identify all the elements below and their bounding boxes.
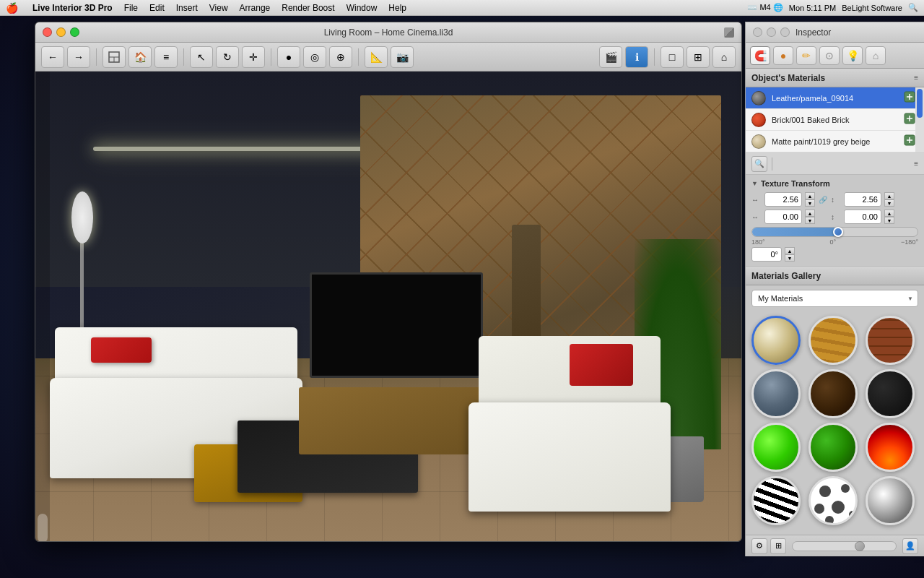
- menubar-arrange[interactable]: Arrange: [240, 3, 271, 13]
- offset-x-value: 0.00: [783, 212, 798, 221]
- orbit-tool[interactable]: ◎: [303, 46, 326, 68]
- scale-y-input[interactable]: 2.56: [844, 192, 881, 207]
- material-item-1[interactable]: Brick/001 Baked Brick: [746, 109, 924, 131]
- materials-list[interactable]: Leather/pamela_09014 Brick/001 Baked Bri…: [746, 87, 924, 153]
- scale-x-up[interactable]: ▲: [805, 192, 815, 199]
- gallery-item-zebra[interactable]: [751, 476, 801, 525]
- gallery-item-fire[interactable]: [866, 423, 915, 472]
- list-button[interactable]: ≡: [154, 46, 178, 68]
- scroll-handle[interactable]: [38, 514, 48, 542]
- offset-y-stepper[interactable]: ▲ ▼: [884, 210, 894, 224]
- inspector-grid-button[interactable]: ⊞: [770, 538, 786, 554]
- offset-y-down[interactable]: ▼: [884, 217, 894, 224]
- apple-menu[interactable]: 🍎: [6, 2, 18, 14]
- minimize-button[interactable]: [56, 27, 66, 37]
- menubar-edit[interactable]: Edit: [149, 3, 165, 13]
- menubar-render[interactable]: Render Boost: [282, 3, 334, 13]
- menubar-window[interactable]: Window: [346, 3, 378, 13]
- angle-stepper[interactable]: ▲ ▼: [785, 247, 795, 262]
- view-3d-button[interactable]: ⊞: [687, 46, 710, 68]
- armchair-body: [468, 402, 671, 512]
- ruler-tool[interactable]: 📐: [365, 46, 388, 68]
- gallery-item-green-dark[interactable]: [808, 423, 858, 472]
- inspector-close[interactable]: [753, 27, 762, 37]
- gallery-dropdown[interactable]: My Materials: [751, 290, 918, 307]
- inspector-tab-home[interactable]: ⌂: [866, 46, 886, 65]
- offset-y-input[interactable]: 0.00: [844, 210, 881, 224]
- inspector-size-slider[interactable]: [792, 541, 897, 551]
- gallery-item-dark-brown[interactable]: [808, 369, 858, 418]
- resize-button[interactable]: [724, 27, 734, 38]
- inspector-tab-texture[interactable]: ✏: [796, 46, 816, 65]
- render-button[interactable]: 🎬: [599, 46, 622, 68]
- gallery-item-silver[interactable]: [866, 476, 915, 525]
- angle-down[interactable]: ▼: [785, 254, 795, 262]
- gallery-item-beige[interactable]: [751, 316, 801, 365]
- inspector-user-button[interactable]: 👤: [902, 538, 918, 554]
- building-button[interactable]: 🏠: [128, 46, 152, 68]
- menubar-insert[interactable]: Insert: [176, 3, 198, 13]
- menubar-view[interactable]: View: [209, 3, 228, 13]
- angle-slider-track[interactable]: [751, 227, 918, 237]
- inspector-size-thumb[interactable]: [855, 541, 865, 551]
- toolbar-sep-3: [271, 48, 271, 66]
- info-button[interactable]: ℹ: [625, 46, 648, 68]
- toolbar: ← → 🏠 ≡ ↖ ↻ ✛ ● ◎ ⊕ 📐 📷 🎬 ℹ □ ⊞ ⌂: [35, 43, 741, 72]
- menubar-file[interactable]: File: [124, 3, 138, 13]
- maximize-button[interactable]: [70, 27, 79, 37]
- select-tool[interactable]: ↖: [190, 46, 213, 68]
- scale-x-input[interactable]: 2.56: [764, 192, 802, 207]
- eyedropper-tool[interactable]: 🔍: [751, 156, 767, 172]
- materials-scrollbar[interactable]: [915, 87, 924, 152]
- scale-y-stepper[interactable]: ▲ ▼: [884, 192, 894, 207]
- move-tool[interactable]: ✛: [242, 46, 265, 68]
- camera-tool[interactable]: 📷: [391, 46, 414, 68]
- nav-forward-button[interactable]: →: [67, 46, 90, 68]
- offset-x-down[interactable]: ▼: [805, 217, 815, 224]
- pan-tool[interactable]: ⊕: [329, 46, 352, 68]
- search-icon[interactable]: 🔍: [908, 3, 918, 12]
- link-icon[interactable]: 🔗: [818, 194, 828, 204]
- menubar-help[interactable]: Help: [388, 3, 406, 13]
- offset-x-input[interactable]: 0.00: [764, 210, 802, 224]
- scale-y-up[interactable]: ▲: [884, 192, 894, 199]
- angle-slider-thumb[interactable]: [833, 227, 843, 237]
- gallery-item-stone[interactable]: [751, 369, 801, 418]
- offset-x-stepper[interactable]: ▲ ▼: [805, 210, 815, 224]
- offset-y-up[interactable]: ▲: [884, 210, 894, 217]
- rotate-tool[interactable]: ↻: [216, 46, 239, 68]
- view-full-button[interactable]: ⌂: [712, 46, 736, 68]
- scale-x-stepper[interactable]: ▲ ▼: [805, 192, 815, 207]
- gallery-item-brick[interactable]: [866, 316, 915, 365]
- nav-back-button[interactable]: ←: [41, 46, 64, 68]
- view-2d-button[interactable]: □: [661, 46, 684, 68]
- point-tool[interactable]: ●: [277, 46, 300, 68]
- inspector-tab-camera[interactable]: 💡: [842, 46, 863, 65]
- inspector-tab-object[interactable]: ●: [773, 46, 793, 65]
- scale-x-down[interactable]: ▼: [805, 199, 815, 207]
- inspector-tab-lighting[interactable]: ⊙: [819, 46, 840, 65]
- svg-point-15: [814, 504, 824, 514]
- viewport-scrollbar[interactable]: [35, 72, 50, 542]
- material-swatch-0: [751, 91, 766, 105]
- close-button[interactable]: [43, 27, 52, 37]
- menubar-app[interactable]: Live Interior 3D Pro: [32, 3, 113, 13]
- materials-menu-icon[interactable]: ≡: [914, 74, 918, 82]
- inspector-minimize[interactable]: [767, 27, 776, 37]
- material-item-0[interactable]: Leather/pamela_09014: [746, 87, 924, 109]
- viewport[interactable]: [35, 72, 742, 542]
- gallery-item-very-dark[interactable]: [866, 369, 915, 418]
- materials-scrollbar-handle[interactable]: [917, 89, 923, 118]
- gallery-item-wood-light[interactable]: [808, 316, 858, 365]
- scale-y-down[interactable]: ▼: [884, 199, 894, 207]
- angle-up[interactable]: ▲: [785, 247, 795, 254]
- inspector-maximize[interactable]: [780, 27, 790, 37]
- offset-x-up[interactable]: ▲: [805, 210, 815, 217]
- material-item-2[interactable]: Matte paint/1019 grey beige: [746, 131, 924, 152]
- gallery-item-green-bright[interactable]: [751, 423, 801, 472]
- gallery-item-spots[interactable]: [808, 476, 858, 525]
- inspector-add-button[interactable]: ⚙: [751, 538, 767, 554]
- floor-plan-button[interactable]: [103, 46, 126, 68]
- angle-input[interactable]: 0°: [751, 247, 782, 262]
- inspector-tab-materials[interactable]: 🧲: [750, 46, 770, 65]
